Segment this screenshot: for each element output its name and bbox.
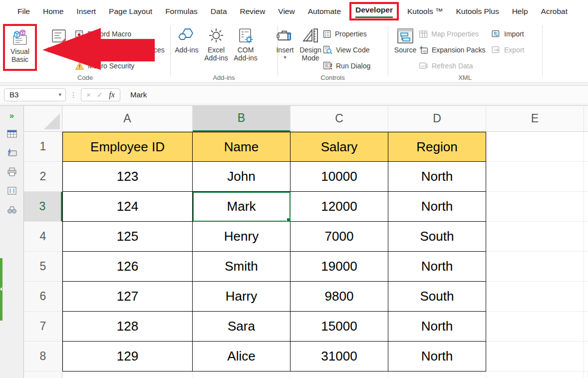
import-button[interactable]: Import bbox=[491, 28, 524, 39]
insert-function-icon[interactable]: fx bbox=[109, 90, 115, 99]
cell-D4[interactable]: South bbox=[388, 222, 486, 252]
tab-developer[interactable]: Developer bbox=[349, 2, 399, 20]
design-mode-button[interactable]: Design Mode bbox=[297, 25, 324, 72]
cell-A2[interactable]: 123 bbox=[62, 162, 193, 192]
binoculars-icon[interactable] bbox=[6, 205, 17, 215]
cell-B6[interactable]: Harry bbox=[193, 282, 291, 312]
double-chevron-icon[interactable]: » bbox=[9, 112, 14, 120]
cell-A4[interactable]: 125 bbox=[62, 222, 193, 252]
source-button[interactable]: Source bbox=[393, 25, 417, 72]
cell-D2[interactable]: North bbox=[388, 162, 486, 192]
cell-E1[interactable] bbox=[486, 132, 584, 162]
cell-D3[interactable]: North bbox=[388, 192, 486, 222]
cell-C3[interactable]: 12000 bbox=[291, 192, 388, 222]
cell-D8[interactable]: North bbox=[388, 342, 486, 372]
cell-A6[interactable]: 127 bbox=[62, 282, 193, 312]
cell-B3[interactable]: Mark bbox=[193, 192, 291, 222]
export-button[interactable]: Export bbox=[491, 44, 524, 55]
cell-C4[interactable]: 7000 bbox=[291, 222, 388, 252]
cell-E8[interactable] bbox=[486, 342, 584, 372]
row-header-8[interactable]: 8 bbox=[24, 342, 62, 372]
cell-E4[interactable] bbox=[486, 222, 584, 252]
cell-E2[interactable] bbox=[486, 162, 584, 192]
visual-basic-button[interactable]: Visual Basic bbox=[3, 24, 37, 71]
cell-A8[interactable]: 129 bbox=[62, 342, 193, 372]
cell-B1[interactable]: Name bbox=[193, 132, 291, 162]
cell-E3[interactable] bbox=[486, 192, 584, 222]
tab-file[interactable]: File bbox=[11, 7, 36, 16]
cell-A3[interactable]: 124 bbox=[62, 192, 193, 222]
cell-A7[interactable]: 128 bbox=[62, 312, 193, 342]
tab-formulas[interactable]: Formulas bbox=[159, 7, 204, 16]
row-header-9[interactable] bbox=[24, 372, 62, 378]
tab-help[interactable]: Help bbox=[506, 7, 535, 16]
collapsed-pane-handle[interactable] bbox=[0, 258, 2, 321]
name-box[interactable]: B3 ▾ bbox=[4, 88, 66, 101]
cell-A1[interactable]: Employee ID bbox=[62, 132, 193, 162]
cell-B8[interactable]: Alice bbox=[193, 342, 291, 372]
columns-icon[interactable] bbox=[6, 186, 17, 196]
use-relative-references-button[interactable]: Use Relative References bbox=[75, 44, 165, 55]
printer-icon[interactable] bbox=[6, 167, 17, 177]
tab-home[interactable]: Home bbox=[36, 7, 70, 16]
row-header-6[interactable]: 6 bbox=[24, 282, 62, 312]
row-header-7[interactable]: 7 bbox=[24, 312, 62, 342]
name-box-dropdown-icon[interactable]: ▾ bbox=[58, 91, 61, 98]
row-header-4[interactable]: 4 bbox=[24, 222, 62, 252]
excel-add-ins-button[interactable]: Excel Add-ins bbox=[202, 25, 231, 72]
com-add-ins-button[interactable]: COM Add-ins bbox=[231, 25, 260, 72]
insert-control-button[interactable]: Insert ▾ bbox=[274, 25, 296, 72]
macro-security-button[interactable]: Macro Security bbox=[75, 60, 134, 71]
cell-B9[interactable] bbox=[193, 372, 291, 378]
column-header-E[interactable]: E bbox=[486, 106, 584, 132]
map-properties-button[interactable]: Map Properties bbox=[419, 28, 479, 39]
add-ins-button[interactable]: Add-ins bbox=[174, 25, 199, 72]
cell-C1[interactable]: Salary bbox=[291, 132, 388, 162]
record-macro-button[interactable]: Record Macro bbox=[75, 28, 131, 39]
formula-bar-input[interactable]: Mark bbox=[130, 90, 147, 99]
cell-C7[interactable]: 15000 bbox=[291, 312, 388, 342]
expansion-packs-button[interactable]: ‹o› Expansion Packs bbox=[419, 44, 485, 55]
tab-automate[interactable]: Automate bbox=[301, 7, 347, 16]
worksheet-icon[interactable] bbox=[6, 129, 17, 139]
cell-D9[interactable] bbox=[388, 372, 486, 378]
flash-pane-icon[interactable] bbox=[6, 148, 17, 158]
tab-data[interactable]: Data bbox=[204, 7, 234, 16]
macros-button[interactable]: Macros bbox=[44, 25, 74, 72]
cell-D1[interactable]: Region bbox=[388, 132, 486, 162]
view-code-button[interactable]: View Code bbox=[323, 44, 369, 55]
cell-D7[interactable]: North bbox=[388, 312, 486, 342]
cell-C2[interactable]: 10000 bbox=[291, 162, 388, 192]
cell-D5[interactable]: North bbox=[388, 252, 486, 282]
refresh-data-button[interactable]: ‹o› Refresh Data bbox=[419, 60, 473, 71]
cancel-icon[interactable]: × bbox=[86, 90, 91, 99]
cell-E7[interactable] bbox=[486, 312, 584, 342]
select-all-button[interactable] bbox=[24, 106, 62, 132]
tab-acrobat[interactable]: Acrobat bbox=[535, 7, 574, 16]
cell-B4[interactable]: Henry bbox=[193, 222, 291, 252]
cell-E5[interactable] bbox=[486, 252, 584, 282]
cell-A9[interactable] bbox=[62, 372, 193, 378]
cell-D6[interactable]: South bbox=[388, 282, 486, 312]
tab-page-layout[interactable]: Page Layout bbox=[102, 7, 159, 16]
enter-icon[interactable]: ✓ bbox=[97, 90, 103, 99]
cell-E9[interactable] bbox=[486, 372, 584, 378]
tab-review[interactable]: Review bbox=[234, 7, 272, 16]
cell-A5[interactable]: 126 bbox=[62, 252, 193, 282]
column-header-D[interactable]: D bbox=[388, 106, 486, 132]
cell-C6[interactable]: 9800 bbox=[291, 282, 388, 312]
properties-button[interactable]: Properties bbox=[323, 28, 367, 39]
tab-kutools[interactable]: Kutools ™ bbox=[401, 7, 450, 16]
cell-C9[interactable] bbox=[291, 372, 388, 378]
cell-C5[interactable]: 19000 bbox=[291, 252, 388, 282]
row-header-1[interactable]: 1 bbox=[24, 132, 62, 162]
tab-kutools-plus[interactable]: Kutools Plus bbox=[450, 7, 506, 16]
cell-B2[interactable]: John bbox=[193, 162, 291, 192]
run-dialog-button[interactable]: Run Dialog bbox=[323, 60, 370, 71]
column-header-C[interactable]: C bbox=[291, 106, 388, 132]
cell-C8[interactable]: 31000 bbox=[291, 342, 388, 372]
column-header-A[interactable]: A bbox=[62, 106, 193, 132]
row-header-5[interactable]: 5 bbox=[24, 252, 62, 282]
cell-E6[interactable] bbox=[486, 282, 584, 312]
tab-insert[interactable]: Insert bbox=[70, 7, 102, 16]
